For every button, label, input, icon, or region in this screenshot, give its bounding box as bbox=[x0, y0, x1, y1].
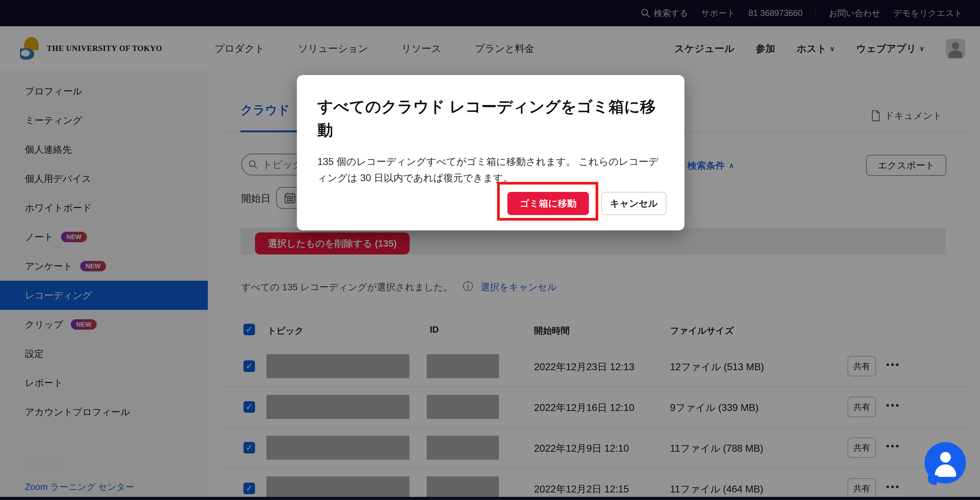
page: 検索する サポート 81 368973660 お問い合わせ デモをリクエスト T… bbox=[0, 0, 980, 500]
cancel-button[interactable]: キャンセル bbox=[601, 192, 667, 215]
modal-title: すべてのクラウド レコーディングをゴミ箱に移動 bbox=[317, 95, 664, 142]
chat-person-icon bbox=[940, 452, 951, 463]
chat-support-button[interactable] bbox=[924, 442, 966, 484]
modal-body-text: 135 個のレコーディングすべてがゴミ箱に移動されます。 これらのレコーディング… bbox=[317, 153, 664, 186]
page-bottom-edge bbox=[0, 497, 980, 500]
move-to-trash-button[interactable]: ゴミ箱に移動 bbox=[508, 192, 589, 215]
